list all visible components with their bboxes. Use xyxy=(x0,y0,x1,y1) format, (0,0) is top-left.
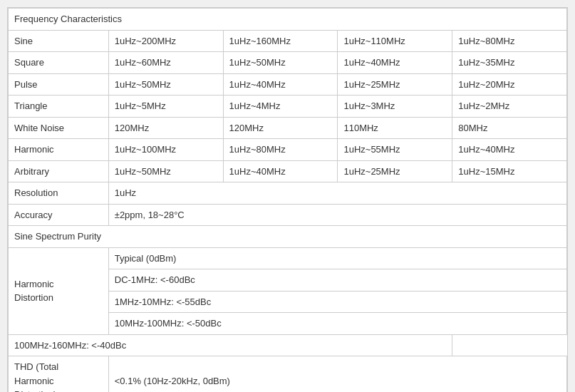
harmonic-distortion-sub-2: 1MHz-10MHz: <-55dBc xyxy=(108,291,566,313)
row-square-ch3: 1uHz~40MHz xyxy=(338,52,452,74)
resolution-label: Resolution xyxy=(9,182,109,205)
row-triangle-ch1: 1uHz~5MHz xyxy=(108,96,223,118)
row-whitenoise-ch4: 80MHz xyxy=(452,117,567,139)
row-harmonic-ch3: 1uHz~55MHz xyxy=(338,139,452,161)
row-whitenoise-ch3: 110MHz xyxy=(338,117,452,139)
row-label-triangle: Triangle xyxy=(9,96,109,118)
row-square-ch4: 1uHz~35MHz xyxy=(452,52,567,74)
row-square-ch1: 1uHz~60MHz xyxy=(108,52,223,74)
accuracy-row: Accuracy ±2ppm, 18~28°C xyxy=(9,204,567,226)
row-whitenoise-ch1: 120MHz xyxy=(108,117,223,139)
row-label-whitenoise: White Noise xyxy=(9,117,109,139)
row-harmonic-ch4: 1uHz~40MHz xyxy=(452,139,567,161)
spec-table-container: Frequency Characteristics Sine 1uHz~200M… xyxy=(7,7,568,392)
row-triangle-ch2: 1uHz~4MHz xyxy=(223,96,338,118)
harmonic-distortion-sub-1: DC-1MHz: <-60dBc xyxy=(108,269,566,292)
harmonic-distortion-label: HarmonicDistortion xyxy=(9,247,109,334)
row-label-harmonic: Harmonic xyxy=(9,139,109,161)
harmonic-distortion-sub-4: 100MHz-160MHz: <-40dBc xyxy=(9,334,452,356)
row-sine-ch3: 1uHz~110MHz xyxy=(338,30,452,52)
accuracy-label: Accuracy xyxy=(9,204,109,226)
accuracy-value: ±2ppm, 18~28°C xyxy=(108,204,566,226)
table-row: Harmonic 1uHz~100MHz 1uHz~80MHz 1uHz~55M… xyxy=(9,139,567,161)
harmonic-distortion-sub-3: 10MHz-100MHz: <-50dBc xyxy=(108,313,566,335)
table-row: Pulse 1uHz~50MHz 1uHz~40MHz 1uHz~25MHz 1… xyxy=(9,73,567,96)
row-pulse-ch4: 1uHz~20MHz xyxy=(452,73,567,96)
table-row: Arbitrary 1uHz~50MHz 1uHz~40MHz 1uHz~25M… xyxy=(9,160,567,182)
harmonic-distortion-sub-row-4: 100MHz-160MHz: <-40dBc xyxy=(9,334,567,356)
row-harmonic-ch2: 1uHz~80MHz xyxy=(223,139,338,161)
sine-spectrum-purity-row: Sine Spectrum Purity xyxy=(9,226,567,248)
thd-row: THD (Total Harmonic Distortion) <0.1% (1… xyxy=(9,356,567,393)
sine-spectrum-purity-label: Sine Spectrum Purity xyxy=(9,226,567,248)
table-row: Sine 1uHz~200MHz 1uHz~160MHz 1uHz~110MHz… xyxy=(9,30,567,52)
row-triangle-ch3: 1uHz~3MHz xyxy=(338,96,452,118)
row-arbitrary-ch3: 1uHz~25MHz xyxy=(338,160,452,182)
row-pulse-ch3: 1uHz~25MHz xyxy=(338,73,452,96)
resolution-value: 1uHz xyxy=(108,182,566,205)
thd-value: <0.1% (10Hz-20kHz, 0dBm) xyxy=(108,356,566,393)
row-harmonic-ch1: 1uHz~100MHz xyxy=(108,139,223,161)
resolution-row: Resolution 1uHz xyxy=(9,182,567,205)
row-arbitrary-ch1: 1uHz~50MHz xyxy=(108,160,223,182)
row-arbitrary-ch2: 1uHz~40MHz xyxy=(223,160,338,182)
row-triangle-ch4: 1uHz~2MHz xyxy=(452,96,567,118)
row-sine-ch2: 1uHz~160MHz xyxy=(223,30,338,52)
row-label-square: Square xyxy=(9,52,109,74)
row-sine-ch1: 1uHz~200MHz xyxy=(108,30,223,52)
row-label-sine: Sine xyxy=(9,30,109,52)
row-pulse-ch1: 1uHz~50MHz xyxy=(108,73,223,96)
thd-label: THD (Total Harmonic Distortion) xyxy=(9,356,109,393)
table-header-row: Frequency Characteristics xyxy=(9,9,567,31)
table-row: Triangle 1uHz~5MHz 1uHz~4MHz 1uHz~3MHz 1… xyxy=(9,96,567,118)
row-square-ch2: 1uHz~50MHz xyxy=(223,52,338,74)
harmonic-distortion-typical: Typical (0dBm) xyxy=(108,247,566,269)
row-arbitrary-ch4: 1uHz~15MHz xyxy=(452,160,567,182)
table-row: Square 1uHz~60MHz 1uHz~50MHz 1uHz~40MHz … xyxy=(9,52,567,74)
row-pulse-ch2: 1uHz~40MHz xyxy=(223,73,338,96)
row-whitenoise-ch2: 120MHz xyxy=(223,117,338,139)
harmonic-distortion-typical-row: HarmonicDistortion Typical (0dBm) xyxy=(9,247,567,269)
row-label-arbitrary: Arbitrary xyxy=(9,160,109,182)
table-title: Frequency Characteristics xyxy=(9,9,567,31)
table-row: White Noise 120MHz 120MHz 110MHz 80MHz xyxy=(9,117,567,139)
row-label-pulse: Pulse xyxy=(9,73,109,96)
spec-table: Frequency Characteristics Sine 1uHz~200M… xyxy=(8,8,567,392)
row-sine-ch4: 1uHz~80MHz xyxy=(452,30,567,52)
